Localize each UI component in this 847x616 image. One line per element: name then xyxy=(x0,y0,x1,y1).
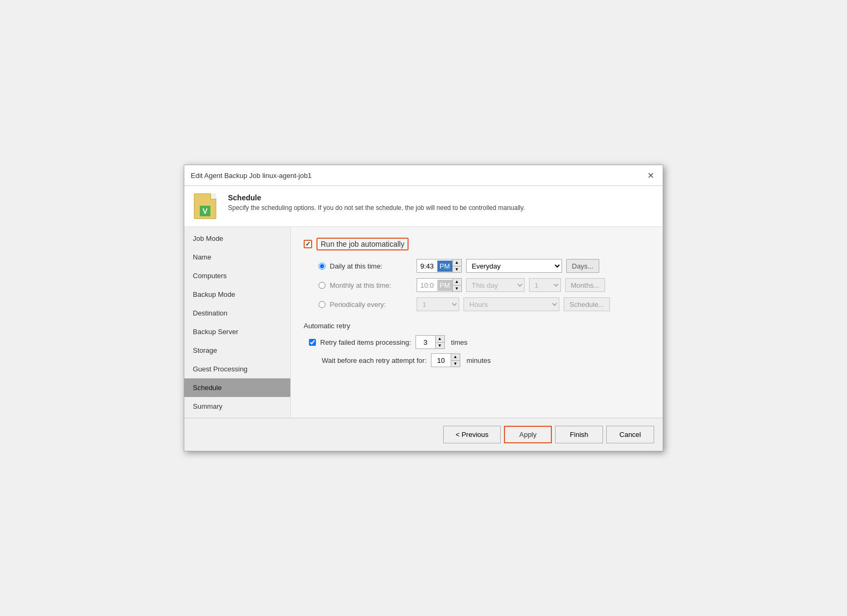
retry-failed-row: Retry failed items processing: ▲ ▼ times xyxy=(309,335,650,349)
retry-times-input: ▲ ▼ xyxy=(416,335,445,349)
everyday-select[interactable]: Everyday Weekdays Weekends xyxy=(466,259,562,273)
periodic-row: Periodically every: 1 Hours Minutes Sche… xyxy=(319,297,650,311)
periodic-radio[interactable] xyxy=(319,301,325,308)
run-auto-checkbox[interactable] xyxy=(304,240,312,248)
auto-retry-title: Automatic retry xyxy=(304,322,650,330)
sidebar-item-job-mode[interactable]: Job Mode xyxy=(184,229,290,248)
minutes-unit: minutes xyxy=(467,356,491,364)
sidebar-item-destination[interactable]: Destination xyxy=(184,304,290,322)
monthly-row: Monthly at this time: PM ▲ ▼ This day 1 xyxy=(319,278,650,292)
schedule-options: Daily at this time: PM ▲ ▼ Everyday Week… xyxy=(319,259,650,311)
wait-retry-row: Wait before each retry attempt for: ▲ ▼ … xyxy=(309,353,650,367)
daily-time-down[interactable]: ▼ xyxy=(453,266,461,272)
daily-row: Daily at this time: PM ▲ ▼ Everyday Week… xyxy=(319,259,650,273)
wait-minutes-input: ▲ ▼ xyxy=(431,353,460,367)
sidebar-item-storage[interactable]: Storage xyxy=(184,341,290,360)
monthly-time-down[interactable]: ▼ xyxy=(453,285,461,291)
schedule-button[interactable]: Schedule... xyxy=(564,297,610,311)
sidebar-item-name[interactable]: Name xyxy=(184,248,290,266)
main-content: Run the job automatically Daily at this … xyxy=(291,227,663,418)
section-desc: Specify the scheduling options. If you d… xyxy=(228,204,525,212)
sidebar-item-schedule[interactable]: Schedule xyxy=(184,378,290,397)
run-auto-label: Run the job automatically xyxy=(316,238,409,250)
retry-times-spinner: ▲ ▼ xyxy=(435,336,444,348)
monthly-time-up[interactable]: ▲ xyxy=(453,279,461,285)
dialog: Edit Agent Backup Job linux-agent-job1 ✕… xyxy=(184,165,663,451)
wait-minutes-value[interactable] xyxy=(431,355,451,366)
dialog-title: Edit Agent Backup Job linux-agent-job1 xyxy=(191,172,312,180)
monthly-label: Monthly at this time: xyxy=(330,281,412,289)
sidebar-item-computers[interactable]: Computers xyxy=(184,266,290,285)
retry-times-value[interactable] xyxy=(416,337,435,348)
cancel-button[interactable]: Cancel xyxy=(606,426,654,443)
daily-radio[interactable] xyxy=(319,263,325,270)
monthly-ampm[interactable]: PM xyxy=(437,280,452,291)
close-button[interactable]: ✕ xyxy=(645,169,656,181)
title-bar: Edit Agent Backup Job linux-agent-job1 ✕ xyxy=(184,165,663,186)
periodic-select[interactable]: 1 xyxy=(417,297,459,311)
sidebar-item-guest-processing[interactable]: Guest Processing xyxy=(184,360,290,378)
months-button[interactable]: Months... xyxy=(565,278,605,292)
day-num-select[interactable]: 1 xyxy=(529,278,561,292)
schedule-icon: V xyxy=(194,193,219,219)
section-title: Schedule xyxy=(228,193,525,202)
wait-minutes-spinner: ▲ ▼ xyxy=(451,354,460,367)
retry-times-down[interactable]: ▼ xyxy=(436,342,444,348)
wait-minutes-up[interactable]: ▲ xyxy=(451,354,460,360)
finish-button[interactable]: Finish xyxy=(555,426,603,443)
monthly-radio[interactable] xyxy=(319,282,325,289)
daily-ampm[interactable]: PM xyxy=(437,261,452,272)
footer: < Previous Apply Finish Cancel xyxy=(184,418,663,451)
hours-select[interactable]: Hours Minutes xyxy=(463,297,559,311)
previous-button[interactable]: < Previous xyxy=(443,426,501,443)
sidebar-item-summary[interactable]: Summary xyxy=(184,397,290,416)
run-auto-row: Run the job automatically xyxy=(304,238,650,250)
days-button[interactable]: Days... xyxy=(566,259,599,273)
wait-minutes-down[interactable]: ▼ xyxy=(451,360,460,367)
thisday-select[interactable]: This day xyxy=(466,278,525,292)
header-text: Schedule Specify the scheduling options.… xyxy=(228,193,525,212)
sidebar-item-backup-server[interactable]: Backup Server xyxy=(184,322,290,341)
daily-label: Daily at this time: xyxy=(330,262,412,270)
retry-failed-label: Retry failed items processing: xyxy=(320,338,411,346)
wait-retry-label: Wait before each retry attempt for: xyxy=(322,356,427,364)
periodic-label: Periodically every: xyxy=(330,301,412,309)
daily-time-spinner: ▲ ▼ xyxy=(452,260,461,272)
monthly-time-spinner: ▲ ▼ xyxy=(452,279,461,291)
v-badge: V xyxy=(200,206,210,216)
monthly-time-value[interactable] xyxy=(417,280,437,291)
daily-time-value[interactable] xyxy=(417,261,437,272)
retry-times-up[interactable]: ▲ xyxy=(436,336,444,342)
monthly-time-input: PM ▲ ▼ xyxy=(417,278,462,292)
daily-time-up[interactable]: ▲ xyxy=(453,260,461,266)
apply-button[interactable]: Apply xyxy=(504,426,552,443)
header-section: V Schedule Specify the scheduling option… xyxy=(184,186,663,227)
times-unit: times xyxy=(451,338,468,346)
daily-time-input: PM ▲ ▼ xyxy=(417,259,462,273)
sidebar: Job Mode Name Computers Backup Mode Dest… xyxy=(184,227,291,418)
sidebar-item-backup-mode[interactable]: Backup Mode xyxy=(184,285,290,304)
body-section: Job Mode Name Computers Backup Mode Dest… xyxy=(184,227,663,418)
auto-retry-section: Automatic retry Retry failed items proce… xyxy=(304,322,650,367)
retry-failed-checkbox[interactable] xyxy=(309,339,316,346)
